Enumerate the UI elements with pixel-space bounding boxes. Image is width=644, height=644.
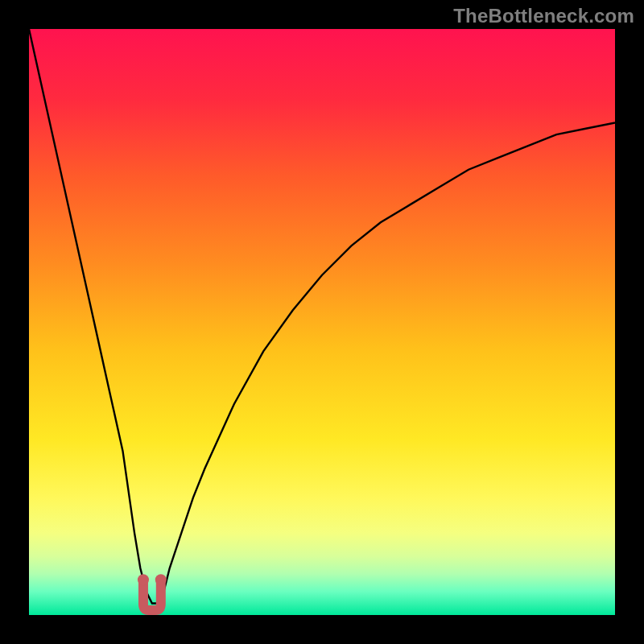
right-notch-point <box>155 574 167 585</box>
gradient-background <box>29 29 615 615</box>
left-notch-point <box>138 574 149 585</box>
plot-area <box>29 29 615 615</box>
chart-frame: TheBottleneck.com <box>0 0 644 644</box>
chart-svg <box>29 29 615 615</box>
watermark-text: TheBottleneck.com <box>453 5 634 27</box>
